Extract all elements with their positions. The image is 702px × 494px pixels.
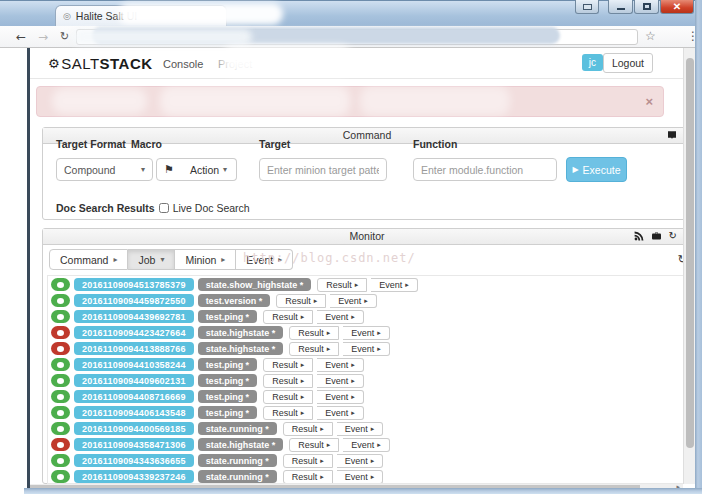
reload-button[interactable]: ↻ xyxy=(60,31,69,42)
job-id-badge[interactable]: 20161109094423427664 xyxy=(74,326,194,339)
monitor-tab-minion[interactable]: Minion ▸ xyxy=(175,249,236,270)
refresh-icon[interactable]: ↻ xyxy=(669,231,677,241)
job-status-icon xyxy=(51,422,70,435)
event-button[interactable]: Event ▸ xyxy=(337,422,384,436)
monitor-tab-command[interactable]: Command ▸ xyxy=(49,249,128,270)
job-id-badge[interactable]: 20161109094358471306 xyxy=(74,438,194,451)
macro-action-dropdown[interactable]: Action ▾ xyxy=(181,158,237,181)
job-status-icon xyxy=(51,358,70,371)
job-function-badge[interactable]: state.show_highstate * xyxy=(198,278,312,291)
execute-button[interactable]: ▶ Execute xyxy=(566,157,627,182)
event-button[interactable]: Event ▸ xyxy=(317,310,364,324)
result-button[interactable]: Result ▸ xyxy=(283,422,333,436)
job-function-badge[interactable]: test.ping * xyxy=(198,374,258,387)
event-button-label: Event xyxy=(345,424,368,434)
alert-close-icon[interactable]: × xyxy=(645,95,653,108)
job-id-badge[interactable]: 20161109094408716669 xyxy=(74,390,194,403)
monitor-panel-header[interactable]: Monitor ↻ xyxy=(43,229,691,245)
job-id-badge[interactable]: 20161109094339237246 xyxy=(74,470,194,483)
browser-toolbar: ← → ↻ ☆ ⋮ xyxy=(0,26,702,48)
job-id-badge[interactable]: 20161109094459872550 xyxy=(74,294,194,307)
result-button[interactable]: Result ▸ xyxy=(283,470,333,484)
bookmark-star-icon[interactable]: ☆ xyxy=(645,30,656,42)
briefcase-icon[interactable] xyxy=(651,231,662,241)
live-doc-search-checkbox[interactable] xyxy=(159,203,169,213)
result-button[interactable]: Result ▸ xyxy=(317,278,367,292)
event-button[interactable]: Event ▸ xyxy=(317,374,364,388)
event-button[interactable]: Event ▸ xyxy=(337,470,384,484)
page-viewport: ⚙ SALT STACK Console Project jc Logout ×… xyxy=(30,48,683,484)
job-function-badge[interactable]: test.version * xyxy=(198,294,271,307)
nav-item-console[interactable]: Console xyxy=(163,58,203,70)
monitor-tab-job[interactable]: Job ▾ xyxy=(128,249,175,270)
job-function-badge[interactable]: test.ping * xyxy=(198,310,258,323)
job-id-badge[interactable]: 20161109094400569185 xyxy=(74,422,194,435)
forward-button[interactable]: → xyxy=(38,31,48,43)
result-button[interactable]: Result ▸ xyxy=(263,358,313,372)
nav-item-project[interactable]: Project xyxy=(218,58,252,70)
job-function-badge[interactable]: test.ping * xyxy=(198,358,258,371)
saltstack-brand[interactable]: ⚙ SALT STACK xyxy=(48,55,153,72)
job-row: 20161109094400569185 state.running * Res… xyxy=(51,422,686,435)
job-id-badge[interactable]: 20161109094406143548 xyxy=(74,406,194,419)
minimize-button[interactable] xyxy=(608,0,633,14)
job-function-badge[interactable]: state.running * xyxy=(198,470,277,483)
event-button[interactable]: Event ▸ xyxy=(343,342,390,356)
event-button[interactable]: Event ▸ xyxy=(371,278,418,292)
vertical-scrollbar-thumb[interactable] xyxy=(686,58,694,448)
event-button[interactable]: Event ▸ xyxy=(343,326,390,340)
result-button[interactable]: Result ▸ xyxy=(289,438,339,452)
chevron-right-icon: ▸ xyxy=(320,425,324,433)
user-badge[interactable]: jc xyxy=(582,54,603,71)
job-row: 20161109094408716669 test.ping * Result … xyxy=(51,390,686,403)
doc-search-row: Doc Search Results Live Doc Search xyxy=(56,202,250,214)
maximize-button[interactable] xyxy=(634,0,659,14)
result-button[interactable]: Result ▸ xyxy=(289,342,339,356)
event-button[interactable]: Event ▸ xyxy=(343,438,390,452)
chevron-right-icon: ▸ xyxy=(351,409,355,417)
job-function-badge[interactable]: test.ping * xyxy=(198,406,258,419)
job-function-badge[interactable]: state.running * xyxy=(198,454,277,467)
result-button[interactable]: Result ▸ xyxy=(263,374,313,388)
event-button-label: Event xyxy=(325,376,348,386)
job-id-badge[interactable]: 20161109094513785379 xyxy=(74,278,194,291)
event-button[interactable]: Event ▸ xyxy=(330,294,377,308)
titlebar-extra-button[interactable] xyxy=(575,0,599,14)
job-status-icon xyxy=(51,470,70,483)
chevron-right-icon: ▸ xyxy=(364,297,368,305)
result-button[interactable]: Result ▸ xyxy=(283,454,333,468)
event-button[interactable]: Event ▸ xyxy=(317,358,364,372)
job-id-badge[interactable]: 20161109094410358244 xyxy=(74,358,194,371)
job-id-badge[interactable]: 20161109094343636655 xyxy=(74,454,194,467)
job-function-badge[interactable]: state.highstate * xyxy=(198,342,284,355)
function-input[interactable] xyxy=(413,158,557,181)
command-panel-title: Command xyxy=(343,129,391,141)
job-id-badge[interactable]: 20161109094439692781 xyxy=(74,310,194,323)
result-button[interactable]: Result ▸ xyxy=(263,406,313,420)
result-button[interactable]: Result ▸ xyxy=(263,310,313,324)
target-format-select[interactable]: Compound ▾ xyxy=(56,158,153,181)
browser-tab[interactable]: ◎ Halite Salt UI xyxy=(55,5,227,26)
result-button[interactable]: Result ▸ xyxy=(289,326,339,340)
job-id-badge[interactable]: 20161109094413888766 xyxy=(74,342,194,355)
address-bar[interactable] xyxy=(76,29,638,45)
result-button[interactable]: Result ▸ xyxy=(263,390,313,404)
job-function-badge[interactable]: test.ping * xyxy=(198,390,258,403)
job-row: 20161109094358471306 state.highstate * R… xyxy=(51,438,686,451)
back-button[interactable]: ← xyxy=(16,31,26,43)
job-function-badge[interactable]: state.running * xyxy=(198,422,277,435)
docs-book-icon[interactable] xyxy=(667,130,677,140)
job-function-badge[interactable]: state.highstate * xyxy=(198,438,284,451)
macro-flag-button[interactable]: ⚑ xyxy=(156,158,182,181)
event-button[interactable]: Event ▸ xyxy=(317,390,364,404)
event-button[interactable]: Event ▸ xyxy=(337,454,384,468)
event-button[interactable]: Event ▸ xyxy=(317,406,364,420)
vertical-scrollbar[interactable] xyxy=(683,48,695,484)
rss-feed-icon[interactable] xyxy=(634,231,644,241)
job-function-badge[interactable]: state.highstate * xyxy=(198,326,284,339)
job-id-badge[interactable]: 20161109094409602131 xyxy=(74,374,194,387)
close-button[interactable]: ✕ xyxy=(660,0,694,14)
result-button[interactable]: Result ▸ xyxy=(276,294,326,308)
logout-button[interactable]: Logout xyxy=(603,53,653,73)
target-input[interactable] xyxy=(259,158,387,181)
